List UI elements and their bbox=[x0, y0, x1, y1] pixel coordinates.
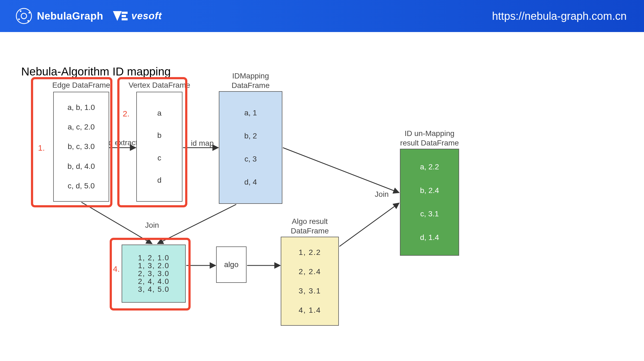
nebulagraph-text: NebulaGraph bbox=[37, 10, 103, 22]
idmap-row: c, 3 bbox=[219, 155, 282, 163]
unmapping-result-box: a, 2.2 b, 2.4 c, 3.1 d, 1.4 bbox=[400, 149, 459, 256]
header-left: NebulaGraph vesoft bbox=[15, 7, 162, 25]
algores-row: 1, 2.2 bbox=[281, 249, 338, 256]
result-row: d, 1.4 bbox=[400, 234, 459, 241]
result-row: b, 2.4 bbox=[400, 187, 459, 194]
idmapping-df-label: IDMapping DataFrame bbox=[219, 71, 282, 90]
algo-result-box: 1, 2.2 2, 2.4 3, 3.1 4, 1.4 bbox=[281, 237, 339, 326]
id-map-label: id map bbox=[187, 138, 217, 148]
svg-point-0 bbox=[16, 8, 31, 24]
idmap-row: a, 1 bbox=[219, 109, 282, 117]
join1-label: Join bbox=[138, 220, 166, 230]
result-l2: result DataFrame bbox=[400, 139, 459, 147]
svg-rect-8 bbox=[122, 18, 128, 20]
algores-l2: DataFrame bbox=[291, 227, 329, 235]
nebulagraph-logo-icon bbox=[15, 7, 33, 25]
annotation-2: 2. bbox=[123, 109, 130, 118]
header-url: https://nebula-graph.com.cn bbox=[492, 10, 627, 22]
vesoft-brand: vesoft bbox=[112, 10, 162, 22]
svg-point-5 bbox=[27, 20, 29, 22]
header-bar: NebulaGraph vesoft https://nebula-graph.… bbox=[0, 0, 644, 32]
svg-rect-6 bbox=[122, 12, 128, 14]
idmapping-l1: IDMapping bbox=[232, 72, 269, 80]
result-l1: ID un-Mapping bbox=[405, 129, 454, 138]
diagram-area: Nebula-Algorithm ID mapping Edge DataFra… bbox=[0, 32, 644, 361]
result-row: c, 3.1 bbox=[400, 210, 459, 218]
idmap-row: b, 2 bbox=[219, 132, 282, 140]
algores-l1: Algo result bbox=[292, 217, 328, 226]
nebulagraph-brand: NebulaGraph bbox=[15, 7, 103, 25]
algo-box: algo bbox=[216, 246, 247, 283]
algo-text: algo bbox=[224, 261, 239, 268]
highlight-frame-1 bbox=[31, 77, 112, 207]
vesoft-text: vesoft bbox=[131, 10, 162, 22]
annotation-4: 4. bbox=[113, 264, 120, 274]
idmapping-dataframe-box: a, 1 b, 2 c, 3 d, 4 bbox=[219, 91, 282, 204]
svg-point-3 bbox=[29, 12, 30, 14]
page-title: Nebula-Algorithm ID mapping bbox=[21, 65, 171, 78]
algores-row: 3, 3.1 bbox=[281, 287, 338, 295]
svg-point-2 bbox=[20, 10, 21, 12]
annotation-1: 1. bbox=[38, 143, 45, 153]
highlight-frame-2 bbox=[117, 77, 187, 207]
highlight-frame-4 bbox=[110, 238, 191, 311]
result-row: a, 2.2 bbox=[400, 163, 459, 171]
idmap-row: d, 4 bbox=[219, 178, 282, 186]
join2-label: Join bbox=[368, 189, 395, 199]
svg-line-15 bbox=[283, 148, 399, 193]
algores-row: 4, 1.4 bbox=[281, 306, 338, 314]
svg-point-1 bbox=[21, 13, 27, 19]
algores-row: 2, 2.4 bbox=[281, 268, 338, 276]
vesoft-logo-icon bbox=[112, 11, 128, 21]
result-df-label: ID un-Mapping result DataFrame bbox=[396, 129, 463, 148]
svg-rect-7 bbox=[122, 15, 126, 17]
svg-line-16 bbox=[339, 203, 399, 246]
algores-df-label: Algo result DataFrame bbox=[281, 217, 339, 236]
svg-point-4 bbox=[18, 18, 20, 20]
idmapping-l2: DataFrame bbox=[232, 81, 270, 90]
